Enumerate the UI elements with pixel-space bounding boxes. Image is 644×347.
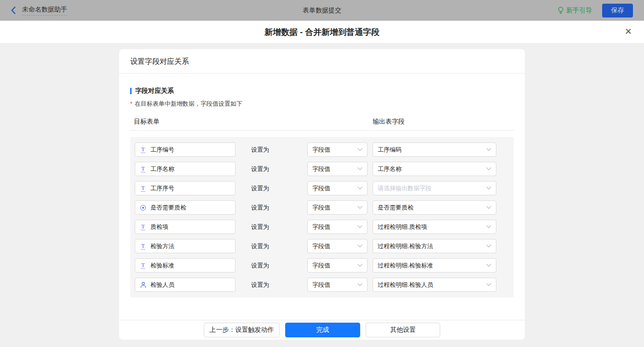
chevron-down-icon xyxy=(486,245,491,248)
value-method-select[interactable]: 字段值 xyxy=(307,278,368,292)
field-mapping-row: T 工序编号 设置为 字段值 工序编码 xyxy=(135,142,509,157)
target-field-input[interactable]: T 工序名称 xyxy=(135,162,236,176)
output-field-select[interactable]: 工序名称 xyxy=(373,162,496,176)
chevron-down-icon xyxy=(357,187,362,190)
chevron-down-icon xyxy=(357,206,362,209)
output-field-select[interactable]: 请选择输出数据字段 xyxy=(373,181,496,195)
topbar: 未命名数据助手 表单数据提交 新手引导 保存 xyxy=(0,0,644,21)
chevron-down-icon xyxy=(486,187,491,190)
target-field-input[interactable]: T 检验标准 xyxy=(135,258,236,273)
section-title: 字段对应关系 xyxy=(130,87,514,95)
assistant-name-editable[interactable]: 未命名数据助手 xyxy=(22,6,67,16)
value-method-selected: 字段值 xyxy=(312,242,330,250)
output-field-selected: 过程检明细.检验人员 xyxy=(378,281,433,289)
output-field-select[interactable]: 过程检明细.检验标准 xyxy=(373,258,496,273)
set-as-label: 设置为 xyxy=(251,281,271,289)
value-method-select[interactable]: 字段值 xyxy=(307,181,368,195)
lightbulb-icon xyxy=(558,6,564,14)
person-field-icon xyxy=(140,282,146,288)
text-field-icon: T xyxy=(140,146,146,153)
chevron-down-icon xyxy=(357,245,362,248)
dialog-title: 新增数据 - 合并新增到普通字段 xyxy=(264,27,380,38)
radio-field-icon xyxy=(140,205,146,210)
target-field-input[interactable]: T 是否需要质检 xyxy=(135,200,236,215)
value-method-select[interactable]: 字段值 xyxy=(307,258,368,273)
output-field-selected: 过程检明细.检验方法 xyxy=(378,242,433,250)
save-button[interactable]: 保存 xyxy=(602,4,633,17)
output-field-selected: 过程检明细.质检项 xyxy=(378,223,427,231)
set-as-label: 设置为 xyxy=(251,223,271,231)
chevron-down-icon xyxy=(357,283,362,286)
field-mapping-row: T 检验人员 设置为 字段值 过程检明细.检验人员 xyxy=(135,278,509,292)
card-body: 字段对应关系 * 在目标表单中新增数据，字段值设置如下 目标表单 输出表字段 T xyxy=(119,74,525,320)
other-settings-button[interactable]: 其他设置 xyxy=(366,323,440,337)
column-output-field: 输出表字段 xyxy=(373,118,405,126)
section-note: * 在目标表单中新增数据，字段值设置如下 xyxy=(130,100,514,108)
footer-spacer xyxy=(130,297,514,320)
output-field-select[interactable]: 过程检明细.质检项 xyxy=(373,220,496,234)
settings-card: 设置字段对应关系 字段对应关系 * 在目标表单中新增数据，字段值设置如下 目标表… xyxy=(119,49,525,340)
chevron-down-icon xyxy=(486,167,491,171)
target-field-label: 是否需要质检 xyxy=(150,204,186,212)
value-method-select[interactable]: 字段值 xyxy=(307,200,368,215)
target-field-input[interactable]: T 工序序号 xyxy=(135,181,236,195)
field-mapping-panel: T 工序编号 设置为 字段值 工序编码 T xyxy=(130,137,514,297)
output-field-select[interactable]: 是否需要质检 xyxy=(373,200,496,215)
output-field-select[interactable]: 过程检明细.检验方法 xyxy=(373,239,496,253)
target-field-input[interactable]: T 工序编号 xyxy=(135,142,236,157)
finish-button[interactable]: 完成 xyxy=(285,323,360,337)
chevron-down-icon xyxy=(357,264,362,267)
card-footer: 上一步：设置触发动作 完成 其他设置 xyxy=(119,320,525,340)
chevron-down-icon xyxy=(486,283,491,286)
prev-step-button[interactable]: 上一步：设置触发动作 xyxy=(204,323,280,337)
value-method-select[interactable]: 字段值 xyxy=(307,162,368,176)
text-field-icon: T xyxy=(140,243,146,250)
value-method-select[interactable]: 字段值 xyxy=(307,220,368,234)
topbar-left: 未命名数据助手 xyxy=(11,6,67,16)
target-field-input[interactable]: T 质检项 xyxy=(135,220,236,234)
chevron-down-icon xyxy=(486,206,491,209)
target-field-label: 工序编号 xyxy=(150,146,174,154)
section-accent-bar xyxy=(130,88,132,94)
field-mapping-row: T 检验标准 设置为 字段值 过程检明细.检验标准 xyxy=(135,258,509,273)
field-mapping-row: T 是否需要质检 设置为 字段值 是否需要质检 xyxy=(135,200,509,215)
chevron-down-icon xyxy=(357,225,362,228)
output-field-selected: 工序名称 xyxy=(378,165,402,173)
set-as-label: 设置为 xyxy=(251,184,271,193)
text-field-icon: T xyxy=(140,262,146,269)
back-button[interactable] xyxy=(11,6,16,14)
chevron-down-icon xyxy=(357,148,362,151)
value-method-selected: 字段值 xyxy=(312,146,330,154)
close-icon[interactable]: ✕ xyxy=(625,27,632,36)
column-target-form: 目标表单 xyxy=(134,118,160,126)
value-method-selected: 字段值 xyxy=(312,262,330,270)
set-as-label: 设置为 xyxy=(251,262,271,270)
section-title-label: 字段对应关系 xyxy=(135,87,174,95)
output-field-select[interactable]: 工序编码 xyxy=(373,142,496,157)
value-method-selected: 字段值 xyxy=(312,281,330,289)
output-field-selected: 是否需要质检 xyxy=(378,204,414,212)
target-field-input[interactable]: T 检验方法 xyxy=(135,239,236,253)
target-field-input[interactable]: T 检验人员 xyxy=(135,278,236,292)
target-field-label: 质检项 xyxy=(150,223,168,231)
value-method-selected: 字段值 xyxy=(312,184,330,193)
output-field-selected: 过程检明细.检验标准 xyxy=(378,262,433,270)
column-headers: 目标表单 输出表字段 xyxy=(130,118,514,126)
value-method-select[interactable]: 字段值 xyxy=(307,142,368,157)
beginner-guide-link[interactable]: 新手引导 xyxy=(558,6,592,15)
target-field-label: 检验方法 xyxy=(150,242,174,250)
set-as-label: 设置为 xyxy=(251,165,271,173)
target-field-label: 工序名称 xyxy=(150,165,174,173)
value-method-select[interactable]: 字段值 xyxy=(307,239,368,253)
card-header-title: 设置字段对应关系 xyxy=(119,49,525,74)
field-mapping-row: T 工序名称 设置为 字段值 工序名称 xyxy=(135,162,509,176)
output-field-select[interactable]: 过程检明细.检验人员 xyxy=(373,278,496,292)
topbar-right: 新手引导 保存 xyxy=(558,4,633,17)
guide-label: 新手引导 xyxy=(566,6,592,15)
value-method-selected: 字段值 xyxy=(312,165,330,173)
target-field-label: 检验人员 xyxy=(150,281,174,289)
chevron-down-icon xyxy=(486,225,491,228)
set-as-label: 设置为 xyxy=(251,204,271,212)
value-method-selected: 字段值 xyxy=(312,204,330,212)
chevron-down-icon xyxy=(486,148,491,151)
